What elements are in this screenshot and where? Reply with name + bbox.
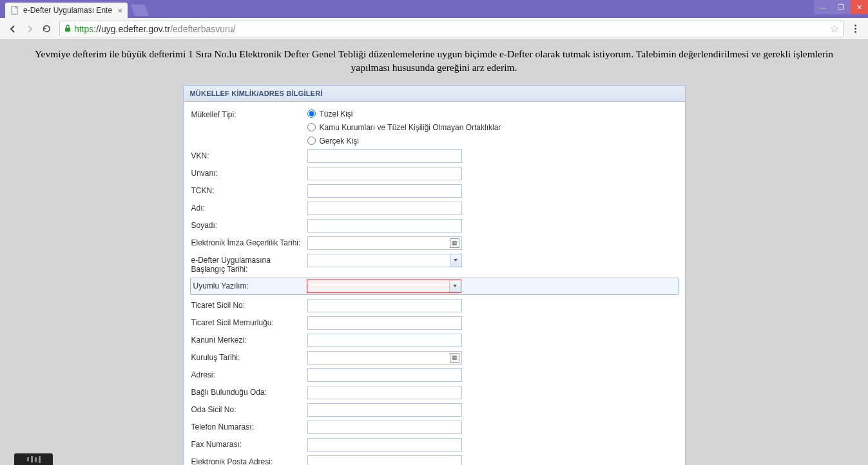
- calendar-icon[interactable]: ▦: [450, 353, 459, 363]
- label-tsicil-no: Ticaret Sicil No:: [191, 299, 307, 310]
- tab-title: e-Defter Uygulaması Ente: [23, 6, 115, 15]
- odasicil-input[interactable]: [307, 403, 462, 417]
- chevron-down-icon[interactable]: [449, 280, 461, 292]
- unvani-input[interactable]: [307, 167, 462, 180]
- page-content: Yevmiye defterim ile büyük defterimi 1 S…: [0, 40, 868, 465]
- label-eposta: Elektronik Posta Adresi:: [191, 455, 307, 465]
- new-tab-button[interactable]: [131, 5, 149, 16]
- label-tckn: TCKN:: [191, 184, 307, 195]
- vkn-input[interactable]: [307, 149, 462, 163]
- browser-tab-strip: e-Defter Uygulaması Ente × — ❐ ✕: [0, 0, 868, 18]
- window-controls: — ❐ ✕: [814, 0, 868, 14]
- minimize-button[interactable]: —: [814, 0, 832, 14]
- label-adresi: Adresi:: [191, 368, 307, 379]
- close-icon[interactable]: ×: [117, 6, 122, 15]
- radio-label: Kamu Kurumları ve Tüzel Kişiliği Olmayan…: [320, 123, 501, 132]
- eposta-input[interactable]: [307, 455, 462, 465]
- browser-toolbar: https://uyg.edefter.gov.tr/edefterbasvur…: [0, 18, 868, 40]
- url-path: /edefterbasvuru/: [170, 24, 235, 34]
- url-host: ://uyg.edefter.gov.tr: [93, 24, 170, 34]
- label-unvani: Unvanı:: [191, 167, 307, 178]
- label-telefon: Telefon Numarası:: [191, 421, 307, 432]
- browser-menu-button[interactable]: [847, 24, 863, 33]
- radio-label: Gerçek Kişi: [320, 137, 359, 146]
- browser-tab[interactable]: e-Defter Uygulaması Ente ×: [5, 3, 128, 18]
- adi-input[interactable]: [307, 202, 462, 215]
- telefon-input[interactable]: [307, 421, 462, 434]
- tsicilmem-input[interactable]: [307, 316, 462, 330]
- kurulus-date-input[interactable]: ▦: [307, 351, 462, 365]
- eimza-date-input[interactable]: ▦: [307, 236, 462, 250]
- label-oda: Bağlı Bulunduğu Oda:: [191, 386, 307, 397]
- fax-input[interactable]: [307, 438, 462, 451]
- row-mukellef-tipi: Mükellef Tipi: Tüzel Kişi Kamu Kurumları…: [191, 108, 677, 146]
- form-panel: MÜKELLEF KİMLİK/ADRES BİLGİLERİ Mükellef…: [183, 85, 686, 465]
- radio-input-kamu[interactable]: [307, 123, 316, 131]
- radio-input-tuzel[interactable]: [307, 109, 316, 118]
- label-baslangic-tarih: e-Defter Uygulamasına Başlangıç Tarihi:: [191, 254, 307, 274]
- radio-input-gercek[interactable]: [307, 137, 316, 145]
- document-icon: [10, 6, 19, 15]
- close-window-button[interactable]: ✕: [850, 0, 868, 14]
- form-body: Mükellef Tipi: Tüzel Kişi Kamu Kurumları…: [184, 102, 685, 465]
- label-fax: Fax Numarası:: [191, 438, 307, 449]
- lock-icon: [64, 24, 72, 34]
- back-button[interactable]: [5, 21, 21, 37]
- maximize-button[interactable]: ❐: [832, 0, 850, 14]
- tckn-input[interactable]: [307, 184, 462, 198]
- soyadi-input[interactable]: [307, 219, 462, 232]
- radio-gercek-kisi[interactable]: Gerçek Kişi: [307, 137, 677, 146]
- label-vkn: VKN:: [191, 149, 307, 160]
- radio-label: Tüzel Kişi: [320, 109, 353, 119]
- baslangic-combo[interactable]: [307, 254, 462, 267]
- label-uyumlu-yazilim: Uyumlu Yazılım:: [191, 280, 307, 290]
- radio-kamu-kurumlari[interactable]: Kamu Kurumları ve Tüzel Kişiliği Olmayan…: [307, 123, 677, 132]
- label-eimza-tarih: Elektronik İmza Geçerlilik Tarihi:: [191, 236, 307, 247]
- row-uyumlu-yazilim: Uyumlu Yazılım:: [190, 278, 679, 295]
- reload-button[interactable]: [39, 21, 54, 37]
- tsicilno-input[interactable]: [307, 299, 462, 312]
- radio-group-mukellef-tipi: Tüzel Kişi Kamu Kurumları ve Tüzel Kişil…: [307, 108, 677, 146]
- oda-input[interactable]: [307, 386, 462, 399]
- label-kanuni-merkez: Kanuni Merkezi:: [191, 334, 307, 345]
- label-mukellef-tipi: Mükellef Tipi:: [191, 108, 307, 119]
- svg-rect-1: [65, 28, 70, 32]
- adresi-input[interactable]: [307, 368, 462, 382]
- forward-button[interactable]: [22, 21, 37, 37]
- kanuni-input[interactable]: [307, 334, 462, 347]
- radio-tuzel-kisi[interactable]: Tüzel Kişi: [307, 109, 677, 119]
- address-bar[interactable]: https://uyg.edefter.gov.tr/edefterbasvur…: [59, 21, 844, 37]
- overlay-widget[interactable]: [14, 453, 53, 465]
- bookmark-star-icon[interactable]: ☆: [830, 23, 839, 35]
- intro-text: Yevmiye defterim ile büyük defterimi 1 S…: [0, 40, 868, 80]
- uyumlu-yazilim-combo[interactable]: [307, 280, 461, 293]
- label-adi: Adı:: [191, 202, 307, 213]
- label-tsicil-mem: Ticaret Sicil Memurluğu:: [191, 316, 307, 327]
- label-kurulus-tarih: Kuruluş Tarihi:: [191, 351, 307, 362]
- calendar-icon[interactable]: ▦: [450, 238, 459, 248]
- label-soyadi: Soyadı:: [191, 219, 307, 230]
- chevron-down-icon[interactable]: [450, 254, 461, 267]
- label-oda-sicil: Oda Sicil No:: [191, 403, 307, 414]
- url-scheme: https: [74, 24, 93, 34]
- panel-header: MÜKELLEF KİMLİK/ADRES BİLGİLERİ: [184, 86, 685, 102]
